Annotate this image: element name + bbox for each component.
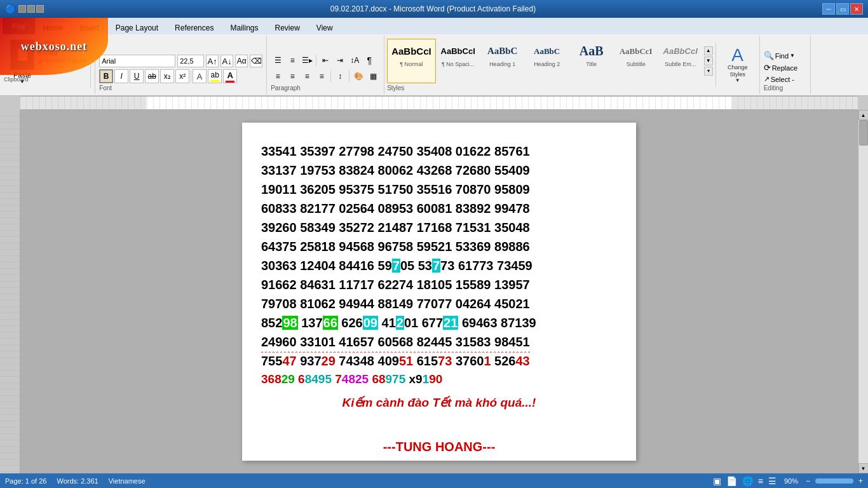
- window-controls[interactable]: ─ ▭ ✕: [822, 3, 863, 15]
- styles-scroll-up[interactable]: ▲: [704, 46, 713, 55]
- ruler-corner: [0, 96, 20, 110]
- restore-button[interactable]: ▭: [836, 3, 849, 15]
- tab-mailings[interactable]: Mailings: [222, 20, 266, 34]
- status-bar: Page: 1 of 26 Words: 2.361 Vietnamese ▣ …: [0, 473, 868, 488]
- view-normal-button[interactable]: ▣: [713, 476, 721, 486]
- text-effect-button[interactable]: A: [193, 69, 207, 83]
- view-outline-button[interactable]: ≡: [758, 476, 763, 486]
- align-right-button[interactable]: ≡: [300, 69, 314, 83]
- tab-view[interactable]: View: [308, 20, 341, 34]
- page-indicator: Page: 1 of 26: [5, 477, 46, 485]
- tab-references[interactable]: References: [166, 20, 222, 34]
- tab-insert[interactable]: Insert: [72, 20, 107, 34]
- align-left-button[interactable]: ≡: [271, 69, 285, 83]
- document-page[interactable]: 33541 35397 27798 24750 35408 01622 8576…: [242, 123, 636, 461]
- scroll-track[interactable]: [858, 120, 868, 463]
- editing-group: 🔍 Find ▼ ⟳ Replace ↗ Select - Editing: [760, 36, 811, 94]
- change-styles-button[interactable]: A ChangeStyles ▼: [719, 44, 757, 86]
- borders-button[interactable]: ▦: [366, 69, 380, 83]
- superscript-button[interactable]: x²: [175, 69, 189, 83]
- text-line-6: 64375 25818 94568 96758 59521 53369 8988…: [261, 237, 617, 256]
- show-formatting-button[interactable]: ¶: [362, 53, 376, 67]
- align-center-button[interactable]: ≡: [285, 69, 299, 83]
- numbering-button[interactable]: ≡: [285, 53, 299, 67]
- minimize-button[interactable]: ─: [822, 3, 835, 15]
- decrease-font-button[interactable]: A↓: [220, 55, 233, 67]
- multilevel-button[interactable]: ☰▸: [300, 53, 314, 67]
- subscript-button[interactable]: x₂: [160, 69, 174, 83]
- tab-review[interactable]: Review: [266, 20, 308, 34]
- increase-indent-button[interactable]: ⇥: [333, 53, 347, 67]
- styles-more-button[interactable]: ▾: [704, 67, 713, 76]
- style-no-spacing[interactable]: AaBbCcI ¶ No Spaci...: [436, 39, 480, 83]
- document-area: 33541 35397 27798 24750 35408 01622 8576…: [0, 110, 868, 473]
- font-color-button[interactable]: A: [223, 69, 237, 83]
- underline-button[interactable]: U: [130, 69, 144, 83]
- select-button[interactable]: ↗ Select -: [764, 75, 797, 83]
- tab-page-layout[interactable]: Page Layout: [107, 20, 166, 34]
- font-name-input[interactable]: [99, 55, 175, 67]
- scroll-thumb[interactable]: [859, 120, 868, 146]
- strikethrough-button[interactable]: ab: [145, 69, 159, 83]
- format-painter-button[interactable]: 🖌Format Painter: [38, 57, 88, 64]
- zoom-out-button[interactable]: −: [806, 477, 810, 485]
- font-size-input[interactable]: [177, 55, 204, 67]
- italic-button[interactable]: I: [114, 69, 128, 83]
- close-button[interactable]: ✕: [850, 3, 863, 15]
- font-options-button[interactable]: Aα: [235, 55, 248, 67]
- text-author: ---TUNG HOANG---: [261, 437, 617, 456]
- line-spacing-button[interactable]: ↕: [333, 69, 347, 83]
- copy-button[interactable]: ⎘Copy: [38, 49, 88, 56]
- style-heading1[interactable]: AaBbC Heading 1: [480, 39, 525, 83]
- sort-button[interactable]: ↕A: [348, 53, 362, 67]
- tab-file[interactable]: File: [3, 18, 35, 34]
- style-title[interactable]: AaB Title: [569, 39, 614, 83]
- tab-home[interactable]: Home: [35, 21, 72, 35]
- paragraph-group-label: Paragraph: [271, 85, 301, 92]
- increase-font-button[interactable]: A↑: [206, 55, 219, 67]
- styles-group: AaBbCcI ¶ Normal AaBbCcI ¶ No Spaci... A…: [384, 36, 760, 94]
- scroll-up-button[interactable]: ▲: [858, 110, 869, 120]
- status-right: ▣ 📄 🌐 ≡ ☰ 90% − +: [713, 476, 863, 486]
- ruler-right-corner: [858, 96, 868, 110]
- style-subtitle[interactable]: AaBbCcI Subtitle: [614, 39, 658, 83]
- replace-button[interactable]: ⟳ Replace: [764, 63, 797, 72]
- text-line-9: 79708 81062 94944 88149 77077 04264 4502…: [261, 294, 617, 313]
- document-scroll[interactable]: 33541 35397 27798 24750 35408 01622 8576…: [20, 110, 858, 473]
- bullets-button[interactable]: ☰: [271, 53, 285, 67]
- zoom-slider[interactable]: [815, 478, 853, 484]
- shading-button[interactable]: 🎨: [351, 69, 365, 83]
- style-normal[interactable]: AaBbCcI ¶ Normal: [387, 39, 436, 83]
- ribbon-tabs: File Home Insert Page Layout References …: [0, 18, 868, 34]
- style-heading2[interactable]: AaBbC Heading 2: [525, 39, 569, 83]
- justify-button[interactable]: ≡: [315, 69, 329, 83]
- font-group: A↑ A↓ Aα ⌫ B I U ab x₂ x² A ab: [95, 36, 267, 94]
- text-caption: Kiếm cành đào Tết mà khó quá...!: [261, 394, 617, 412]
- window-title: 09.02.2017.docx - Microsoft Word (Produc…: [44, 4, 822, 13]
- cut-button[interactable]: ✂Cut: [38, 41, 88, 48]
- view-full-read-button[interactable]: 📄: [726, 476, 737, 486]
- view-web-button[interactable]: 🌐: [742, 476, 753, 486]
- styles-scroll-down[interactable]: ▼: [704, 57, 713, 65]
- text-line-10: 85298 13766 62609 41201 67721 69463 8713…: [261, 313, 617, 332]
- decrease-indent-button[interactable]: ⇤: [318, 53, 332, 67]
- editing-group-label: Editing: [764, 85, 783, 92]
- clipboard-group: 📋 Paste ▼ ✂Cut ⎘Copy 🖌Format Painter Cli…: [3, 36, 95, 94]
- styles-scroll-buttons[interactable]: ▲ ▼ ▾: [704, 39, 713, 83]
- clear-format-button[interactable]: ⌫: [250, 55, 262, 67]
- scroll-down-button[interactable]: ▼: [858, 463, 869, 473]
- styles-group-label: Styles: [387, 85, 404, 92]
- text-line-4: 60833 82177 02564 08953 60081 83892 9947…: [261, 199, 617, 218]
- ribbon: webxoso.net File Home Insert Page Layout…: [0, 18, 868, 96]
- zoom-in-button[interactable]: +: [858, 477, 863, 485]
- text-line-3: 19011 36205 95375 51750 35516 70870 9580…: [261, 180, 617, 199]
- highlight-color-button[interactable]: ab: [208, 69, 222, 83]
- style-subtle-em[interactable]: AaBbCcI Subtle Em...: [658, 39, 703, 83]
- text-line-2: 33137 19753 83824 80062 43268 72680 5540…: [261, 161, 617, 180]
- vertical-scrollbar[interactable]: ▲ ▼: [858, 110, 868, 473]
- language-indicator: Vietnamese: [109, 477, 146, 485]
- bold-button[interactable]: B: [99, 69, 113, 83]
- view-draft-button[interactable]: ☰: [768, 476, 776, 486]
- text-line-13: 36829 68495 74825 68975 x9190: [261, 370, 617, 389]
- find-button[interactable]: 🔍 Find ▼: [764, 51, 797, 60]
